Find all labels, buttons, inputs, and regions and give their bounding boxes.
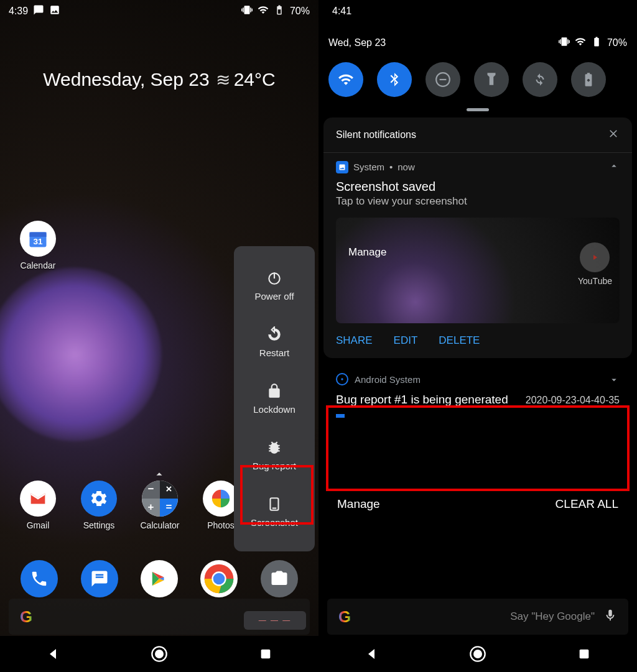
dock-play-icon[interactable] [141,560,178,597]
qs-date: Wed, Sep 23 [328,37,386,48]
status-time: 4:39 [9,6,28,17]
close-icon[interactable] [607,127,620,142]
silent-header-label: Silent notifications [336,129,416,140]
svg-text:−: − [148,483,154,495]
svg-text:31: 31 [33,237,43,246]
widget-date: Wednesday, Sep 23 [43,69,209,90]
nav-recent-icon[interactable] [575,645,593,663]
wifi-icon [575,36,586,50]
dock-chrome-icon[interactable] [200,560,238,597]
nav-back-icon[interactable] [363,645,380,663]
screenshot-button[interactable]: Screenshot [234,484,315,540]
status-battery: 70% [290,6,310,17]
nav-home-icon[interactable] [151,645,168,663]
power-menu: Power off Restart Lockdown Bug report Sc… [234,246,315,551]
svg-text:=: = [166,501,172,513]
svg-text:×: × [166,483,172,495]
app-label: Settings [83,520,115,530]
navigation-bar [318,636,637,672]
android-system-icon [336,373,348,385]
qs-battery-saver-tile[interactable] [571,62,606,97]
android-system-notification[interactable]: Android System Bug report #1 is being ge… [323,363,632,433]
app-calendar[interactable]: 31 Calendar [14,221,62,270]
widget-temp: 24°C [234,69,276,90]
gmail-icon [20,481,56,517]
google-logo-icon: G [20,607,32,627]
calculator-icon: −×+= [142,481,178,517]
pm-label: Lockdown [253,404,295,415]
clear-all-button[interactable]: CLEAR ALL [556,497,618,511]
notif-meta: System • now [323,153,632,177]
battery-icon [591,36,602,50]
pill-handle-icon: — — — [259,616,292,625]
system-app-icon [336,161,348,173]
pm-label: Power off [254,291,294,301]
sys-notif-title: Bug report #1 is being generated [336,393,508,407]
app-drawer-handle[interactable] [152,467,166,484]
power-off-button[interactable]: Power off [234,257,315,314]
qs-flashlight-tile[interactable] [474,62,509,97]
search-hint: Say "Hey Google" [510,610,595,623]
manage-button[interactable]: Manage [337,497,380,511]
app-settings[interactable]: Settings [75,481,123,530]
app-calculator[interactable]: −×+= Calculator [136,481,184,530]
chevron-down-icon[interactable] [608,374,620,388]
sys-notif-timestamp: 2020-09-23-04-40-35 [526,395,620,406]
notification-shade: 4:41 Wed, Sep 23 70% Silent notification… [318,0,637,672]
thumb-manage-label: Manage [348,246,386,259]
vibrate-icon [559,36,570,50]
svg-rect-26 [579,650,588,659]
svg-point-25 [473,650,482,658]
thumb-youtube: YouTube [578,242,612,286]
pm-label: Bug report [253,461,296,471]
restart-button[interactable]: Restart [234,314,315,371]
nav-back-icon[interactable] [44,645,62,663]
silent-notifications-card: Silent notifications System • now Screen… [323,117,632,358]
at-a-glance-widget[interactable]: Wednesday, Sep 23 ≋ 24°C [0,69,318,90]
recents-pill[interactable]: — — — [244,611,306,630]
google-search-bar[interactable]: G Say "Hey Google" [327,599,628,635]
weather-fog-icon: ≋ [216,70,228,90]
notif-subtitle: Tap to view your screenshot [323,195,632,215]
battery-icon [274,4,285,18]
dock-phone-icon[interactable] [21,560,58,597]
svg-point-14 [213,573,225,585]
qs-dnd-tile[interactable] [425,62,460,97]
shade-handle[interactable] [467,108,489,111]
youtube-icon [580,242,610,272]
qs-bluetooth-tile[interactable] [377,62,412,97]
dock-messages-icon[interactable] [81,560,118,597]
dock-camera-icon[interactable] [261,560,298,597]
notif-when: now [398,162,415,172]
edit-button[interactable]: EDIT [394,334,418,347]
bug-report-button[interactable]: Bug report [234,427,315,484]
homescreen: 4:39 70% Wednesday, Sep 23 ≋ 24°C [0,0,318,672]
delete-button[interactable]: DELETE [439,334,480,347]
svg-text:+: + [148,501,154,513]
notif-title[interactable]: Screenshot saved [323,177,632,195]
wifi-icon [258,4,269,18]
chevron-up-icon[interactable] [608,160,620,173]
youtube-label: YouTube [578,276,612,286]
share-button[interactable]: SHARE [336,334,373,347]
pm-label: Screenshot [251,517,298,528]
shade-footer: Manage CLEAR ALL [318,497,637,511]
notif-actions: SHARE EDIT DELETE [323,323,632,358]
app-gmail[interactable]: Gmail [14,481,62,530]
qs-wifi-tile[interactable] [328,62,363,97]
screenshot-thumbnail[interactable]: Manage YouTube [336,218,620,323]
progress-indicator [336,414,345,418]
svg-point-16 [155,650,164,658]
lockdown-button[interactable]: Lockdown [234,371,315,427]
mic-icon[interactable] [603,609,617,625]
qs-autorotate-tile[interactable] [523,62,557,97]
status-bar: 4:39 70% [0,0,318,22]
image-icon [49,4,60,18]
app-label: Gmail [27,520,50,530]
nav-recent-icon[interactable] [257,645,274,663]
settings-icon [81,481,117,517]
dock [0,560,318,597]
status-battery: 70% [607,37,627,48]
nav-home-icon[interactable] [469,645,486,663]
calendar-icon: 31 [20,221,56,257]
